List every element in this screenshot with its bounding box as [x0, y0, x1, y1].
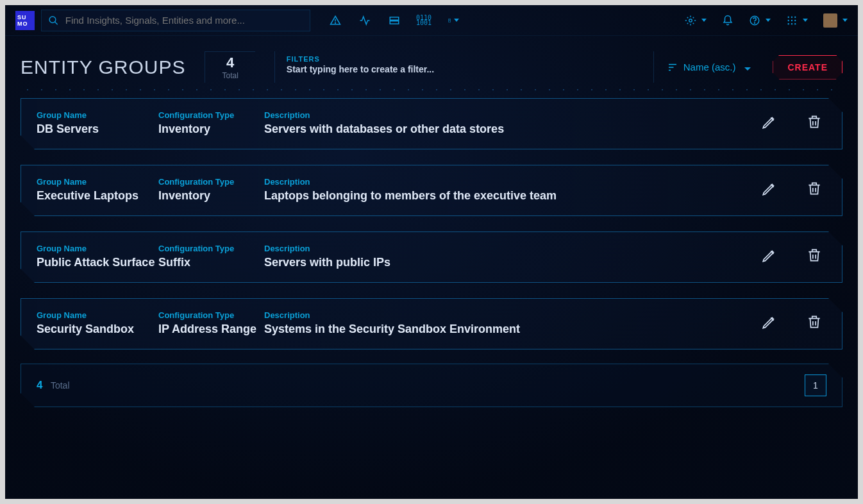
filters-box[interactable]: FILTERS Start typing here to create a fi… — [274, 51, 653, 83]
svg-point-18 — [788, 23, 789, 24]
delete-icon[interactable] — [806, 314, 823, 333]
svg-point-20 — [794, 23, 796, 24]
search-input[interactable] — [65, 15, 303, 26]
top-nav-icons: 01101001 — [330, 15, 459, 26]
document-icon[interactable] — [448, 15, 459, 26]
description-label: Description — [264, 310, 761, 320]
svg-rect-4 — [390, 17, 399, 20]
footer-total-label: Total — [51, 380, 70, 391]
description-value: Servers with databases or other data sto… — [264, 122, 761, 136]
pagination-footer: 4 Total 1 — [21, 364, 842, 407]
delete-icon[interactable] — [806, 113, 823, 133]
footer-total: 4 Total — [37, 379, 70, 392]
search-icon — [48, 15, 59, 26]
global-search[interactable] — [41, 10, 310, 31]
entity-group-list: Group Name DB Servers Configuration Type… — [5, 96, 858, 352]
filters-label: FILTERS — [287, 55, 642, 63]
config-type-label: Configuration Type — [158, 244, 264, 253]
create-button[interactable]: CREATE — [773, 55, 842, 80]
svg-point-11 — [755, 22, 755, 23]
description-value: Systems in the Security Sandbox Environm… — [264, 323, 761, 336]
topbar-right — [685, 13, 848, 28]
group-name-label: Group Name — [37, 244, 158, 253]
svg-point-9 — [689, 19, 692, 22]
chevron-down-icon — [741, 62, 751, 72]
app-root: SU MO 01101001 ENTITY GROUPS 4 Total FIL — [5, 5, 858, 499]
description-label: Description — [264, 244, 761, 253]
svg-point-17 — [794, 19, 796, 21]
config-type-value: Suffix — [158, 256, 264, 269]
topbar: SU MO 01101001 — [5, 5, 858, 36]
bell-icon[interactable] — [722, 15, 733, 26]
help-icon[interactable] — [749, 15, 771, 26]
sumo-logo[interactable]: SU MO — [15, 11, 35, 30]
edit-icon[interactable] — [761, 180, 778, 199]
page-number-button[interactable]: 1 — [805, 374, 826, 396]
svg-point-14 — [794, 16, 796, 17]
group-name-label: Group Name — [37, 177, 158, 187]
sort-icon — [667, 62, 678, 73]
config-type-label: Configuration Type — [158, 110, 264, 120]
delete-icon[interactable] — [806, 247, 823, 266]
user-avatar[interactable] — [823, 13, 848, 28]
total-count-label: Total — [222, 71, 238, 80]
svg-rect-5 — [390, 21, 399, 24]
svg-point-3 — [335, 22, 336, 23]
description-label: Description — [264, 177, 761, 187]
config-type-label: Configuration Type — [158, 177, 264, 187]
apps-grid-icon[interactable] — [786, 15, 808, 26]
edit-icon[interactable] — [761, 314, 778, 333]
edit-icon[interactable] — [761, 247, 778, 266]
config-type-value: Inventory — [158, 189, 264, 203]
binary-icon[interactable]: 01101001 — [418, 15, 430, 26]
entity-group-row[interactable]: Group Name DB Servers Configuration Type… — [21, 98, 842, 149]
group-name-value: Executive Laptops — [37, 189, 158, 203]
entity-group-row[interactable]: Group Name Security Sandbox Configuratio… — [21, 298, 842, 349]
delete-icon[interactable] — [806, 180, 823, 199]
entity-group-row[interactable]: Group Name Public Attack Surface Configu… — [21, 231, 842, 283]
avatar — [823, 13, 837, 28]
svg-point-0 — [49, 16, 56, 22]
sort-dropdown[interactable]: Name (asc.) — [653, 51, 764, 83]
config-type-label: Configuration Type — [158, 310, 264, 320]
group-name-value: DB Servers — [37, 122, 158, 136]
description-value: Laptops belonging to members of the exec… — [264, 189, 761, 203]
config-type-value: IP Address Range — [158, 323, 264, 336]
footer-total-number: 4 — [37, 379, 42, 391]
description-value: Servers with public IPs — [264, 256, 761, 269]
svg-point-12 — [788, 16, 789, 17]
edit-icon[interactable] — [761, 113, 778, 133]
group-name-value: Public Attack Surface — [37, 256, 158, 269]
sort-label: Name (asc.) — [683, 62, 736, 72]
svg-point-13 — [791, 16, 792, 17]
total-count: 4 Total — [205, 51, 255, 83]
svg-point-15 — [788, 19, 789, 21]
storage-icon[interactable] — [389, 15, 400, 26]
svg-point-19 — [791, 23, 792, 24]
group-name-label: Group Name — [37, 110, 158, 120]
svg-point-16 — [791, 19, 792, 21]
filters-placeholder: Start typing here to create a filter... — [287, 64, 642, 74]
activity-icon[interactable] — [359, 15, 371, 26]
entity-group-row[interactable]: Group Name Executive Laptops Configurati… — [21, 165, 842, 216]
svg-line-1 — [54, 22, 57, 24]
group-name-label: Group Name — [37, 310, 158, 320]
total-count-number: 4 — [222, 55, 238, 71]
group-name-value: Security Sandbox — [37, 323, 158, 336]
divider-dots — [21, 89, 842, 90]
description-label: Description — [264, 110, 761, 120]
settings-icon[interactable] — [685, 15, 707, 26]
alert-triangle-icon[interactable] — [330, 15, 341, 26]
page-header: ENTITY GROUPS 4 Total FILTERS Start typi… — [5, 36, 858, 89]
config-type-value: Inventory — [158, 122, 264, 136]
page-title: ENTITY GROUPS — [21, 51, 205, 83]
